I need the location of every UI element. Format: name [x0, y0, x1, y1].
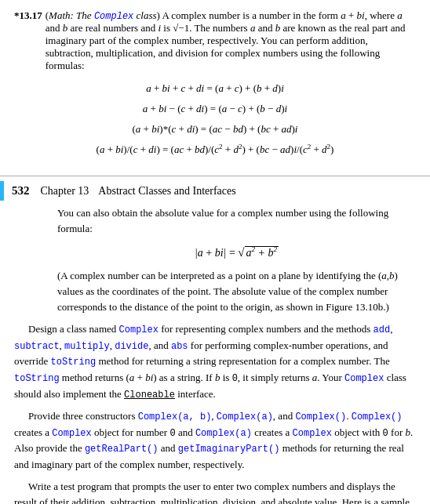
get-imag-part: getImaginaryPart() — [178, 444, 280, 455]
multiply-method: multiply — [64, 341, 110, 352]
para-design-class: Design a class named Complex for represe… — [14, 321, 416, 402]
ctor-a-2: Complex(a) — [195, 428, 252, 439]
math-label: Math: The — [49, 9, 92, 21]
ctor-default: Complex() — [295, 412, 346, 422]
get-real-part: getRealPart() — [85, 444, 159, 455]
problem-number: *13.17 — [14, 9, 42, 72]
para-abs-intro: You can also obtain the absolute value f… — [57, 205, 416, 237]
page-container: *13.17 (Math: The Complex class) A compl… — [0, 0, 430, 504]
formulas-block: a + bi + c + di = (a + c) + (b + d)i a +… — [14, 78, 416, 160]
complex-obj-2: Complex — [293, 428, 332, 439]
cloneable-iface: Cloneable — [124, 390, 175, 401]
blue-accent-bar — [0, 181, 4, 201]
page-number: 532 — [12, 184, 30, 198]
para-write-test: Write a test program that prompts the us… — [14, 479, 416, 504]
abs-formula: |a + bi| = √a2 + b2 — [57, 244, 416, 262]
section-divider — [0, 176, 430, 176]
chapter-header-row: 532 Chapter 13 Abstract Classes and Inte… — [0, 181, 430, 201]
tostring-method: toString — [51, 357, 97, 368]
formula-2: a + bi − (c + di) = (a − c) + (b − d)i — [14, 99, 416, 119]
title-suffix: class — [137, 9, 157, 21]
zero-val: 0 — [232, 373, 238, 384]
chapter-number: Chapter 13 — [41, 185, 89, 198]
complex-class-2: Complex — [344, 373, 384, 384]
formula-4: (a + bi)/(c + di) = (ac + bd)/(c2 + d2) … — [14, 140, 416, 160]
zero-num: 0 — [169, 428, 175, 439]
chapter-title: Abstract Classes and Interfaces — [98, 185, 235, 198]
add-method: add — [374, 325, 391, 335]
ctor-ab: Complex(a, b) — [138, 412, 212, 422]
ctor-a: Complex(a) — [217, 412, 273, 422]
formula-3: (a + bi)*(c + di) = (ac − bd) + (bc + ad… — [14, 119, 416, 140]
header-text: 532 Chapter 13 Abstract Classes and Inte… — [12, 181, 236, 201]
abs-method: abs — [171, 341, 188, 352]
para-constructors: Provide three constructors Complex(a, b)… — [14, 408, 416, 473]
content-body: You can also obtain the absolute value f… — [0, 201, 430, 504]
top-section: *13.17 (Math: The Complex class) A compl… — [0, 0, 430, 176]
zero-b: 0 — [383, 428, 388, 439]
complex-class-name: Complex — [119, 325, 159, 335]
complex-class-ref: Complex — [94, 11, 133, 22]
subtract-method: subtract — [14, 341, 60, 352]
para-complex-point: (A complex number can be interpreted as … — [57, 268, 416, 315]
ctor-default-2: Complex() — [352, 412, 403, 422]
tostring-method-2: toString — [14, 373, 60, 384]
problem-header: *13.17 (Math: The Complex class) A compl… — [14, 9, 416, 72]
divide-method: divide — [115, 341, 148, 352]
formula-1: a + bi + c + di = (a + c) + (b + d)i — [14, 78, 416, 99]
complex-obj: Complex — [52, 428, 91, 439]
problem-intro: (Math: The Complex class) A complex numb… — [46, 9, 416, 72]
